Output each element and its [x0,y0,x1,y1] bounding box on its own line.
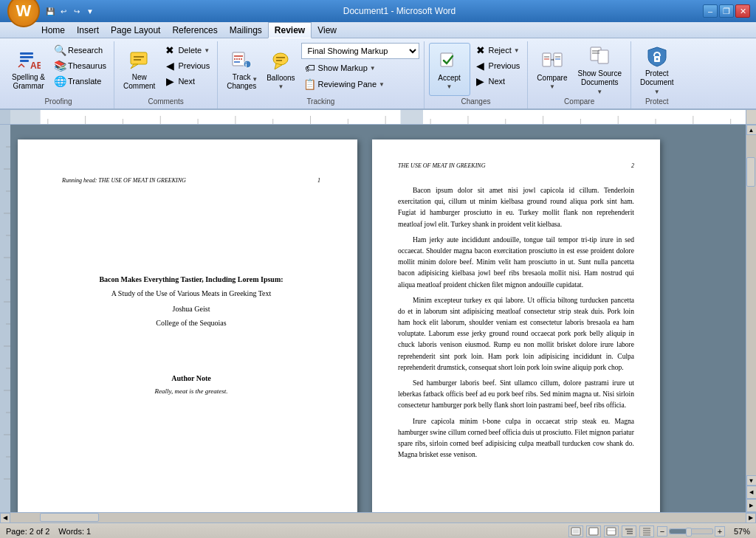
restore-button[interactable]: ❐ [719,4,734,18]
svg-point-14 [273,53,288,65]
page-info: Page: 2 of 2 [6,527,49,536]
close-button[interactable]: ✕ [735,4,750,18]
minimize-button[interactable]: – [703,4,718,18]
page1-title-line1: Bacon Makes Everything Tastier, Includin… [62,274,320,285]
new-comment-icon [128,48,151,72]
show-markup-label: Show Markup [318,63,368,72]
reviewing-pane-button[interactable]: 📋 Reviewing Pane ▼ [301,77,388,92]
delete-arrow: ▼ [204,47,210,54]
accept-label: Accept [438,74,461,82]
menu-view[interactable]: View [312,22,343,38]
compare-button[interactable]: Compare ▼ [532,43,571,96]
horizontal-scrollbar[interactable]: ◀ ▶ [0,512,756,523]
svg-marker-5 [131,64,138,69]
svg-text:ABC: ABC [30,61,41,71]
menu-review[interactable]: Review [268,22,312,38]
show-source-label: Show SourceDocuments [578,69,622,87]
page1-title-line2: A Study of the Use of Various Meats in G… [62,288,320,299]
spelling-icon: ABC [17,48,41,72]
zoom-plus-btn[interactable]: + [715,526,725,537]
scroll-to-prev-page[interactable]: ◀ [746,486,757,499]
scroll-right-arrow[interactable]: ▶ [746,513,756,523]
menu-insert[interactable]: Insert [71,22,105,38]
next-change-icon: ▶ [475,75,487,87]
svg-rect-35 [400,110,422,124]
menu-home[interactable]: Home [35,22,71,38]
scroll-track[interactable] [746,135,756,475]
zoom-handle[interactable] [686,528,692,537]
title-bar: W 💾 ↩ ↪ ▼ Document1 - Microsoft Word – ❐… [0,0,756,22]
zoom-slider: − + [657,526,725,537]
print-layout-btn[interactable] [568,525,583,537]
page2-header-left: THE USE OF MEAT IN GREEKING [398,162,485,170]
scroll-left-arrow[interactable]: ◀ [0,513,10,523]
menu-mailings[interactable]: Mailings [224,22,268,38]
next-comment-button[interactable]: ▶ Next [161,74,213,89]
zoom-minus-btn[interactable]: − [657,526,667,537]
new-comment-button[interactable]: NewComment [119,43,159,96]
svg-rect-34 [10,110,41,124]
scroll-thumb[interactable] [746,157,755,187]
thesaurus-button[interactable]: 📚 Thesaurus [51,58,109,73]
protect-group-label: Protect [642,96,672,107]
ribbon-group-changes: Accept ▼ ✖ Reject ▼ ◀ Previous ▶ Next [425,41,529,108]
reject-button[interactable]: ✖ Reject ▼ [472,43,523,58]
next-change-button[interactable]: ▶ Next [472,74,523,89]
menu-references[interactable]: References [166,22,223,38]
ruler-right [746,110,756,124]
window-controls: – ❐ ✕ [703,4,750,18]
zoom-bar[interactable] [669,528,713,534]
reject-arrow: ▼ [514,47,520,54]
menu-pagelayout[interactable]: Page Layout [105,22,166,38]
h-scroll-track[interactable] [10,513,746,523]
h-scroll-thumb[interactable] [40,513,99,522]
status-bar: Page: 2 of 2 Words: 1 − + 57% [0,523,756,538]
svg-rect-55 [0,125,10,512]
document-area: Running head: THE USE OF MEAT IN GREEKIN… [0,125,756,512]
scroll-down-arrow[interactable]: ▼ [746,475,757,486]
scroll-up-arrow[interactable]: ▲ [746,125,757,135]
svg-rect-74 [589,528,598,535]
svg-rect-73 [573,529,579,534]
new-comment-label: NewComment [123,73,155,91]
spelling-grammar-button[interactable]: ABC Spelling &Grammar [7,43,49,96]
quick-access-toolbar: 💾 ↩ ↪ ▼ [44,5,96,17]
research-label: Research [68,46,103,55]
full-screen-btn[interactable] [586,525,601,537]
markup-select[interactable]: Final Showing Markup [301,43,419,59]
show-markup-arrow: ▼ [370,65,376,72]
zoom-level: 57% [728,527,750,536]
thesaurus-label: Thesaurus [68,61,106,70]
vertical-scrollbar[interactable]: ▲ ▼ ◀ ▶ [746,125,756,512]
previous-comment-button[interactable]: ◀ Previous [161,58,213,73]
track-changes-button[interactable]: i TrackChanges ▼ [222,43,261,96]
ruler-left-margin [0,110,10,124]
draft-btn[interactable] [639,525,654,537]
show-source-button[interactable]: Show SourceDocuments ▼ [574,43,626,96]
undo-qa-btn[interactable]: ↩ [58,5,69,17]
outline-btn[interactable] [622,525,636,537]
save-qa-btn[interactable]: 💾 [44,5,56,17]
page1-header-left: Running head: THE USE OF MEAT IN GREEKIN… [62,176,186,185]
delete-comment-button[interactable]: ✖ Delete ▼ [161,43,213,58]
protect-icon [645,44,669,68]
web-layout-btn[interactable] [604,525,619,537]
comments-group-label: Comments [145,96,186,107]
svg-rect-2 [20,60,29,62]
balloons-button[interactable]: Balloons ▼ [262,43,299,96]
page2-para2: Ham jerky aute incididunt andouille, ton… [398,235,634,291]
scroll-to-next-page[interactable]: ▶ [746,499,757,512]
svg-point-32 [656,58,658,60]
customize-qa-btn[interactable]: ▼ [84,5,96,17]
accept-button[interactable]: Accept ▼ [429,43,470,96]
changes-group-label: Changes [458,96,493,107]
protect-document-button[interactable]: ProtectDocument ▼ [636,43,678,96]
redo-qa-btn[interactable]: ↪ [71,5,83,17]
research-button[interactable]: 🔍 Research [51,43,109,58]
translate-button[interactable]: 🌐 Translate [51,74,109,89]
protect-label: ProtectDocument [640,69,674,87]
page1-title-content: Bacon Makes Everything Tastier, Includin… [62,274,320,328]
show-markup-button[interactable]: 🏷 Show Markup ▼ [301,61,379,75]
translate-label: Translate [68,77,101,86]
previous-change-button[interactable]: ◀ Previous [472,58,523,73]
